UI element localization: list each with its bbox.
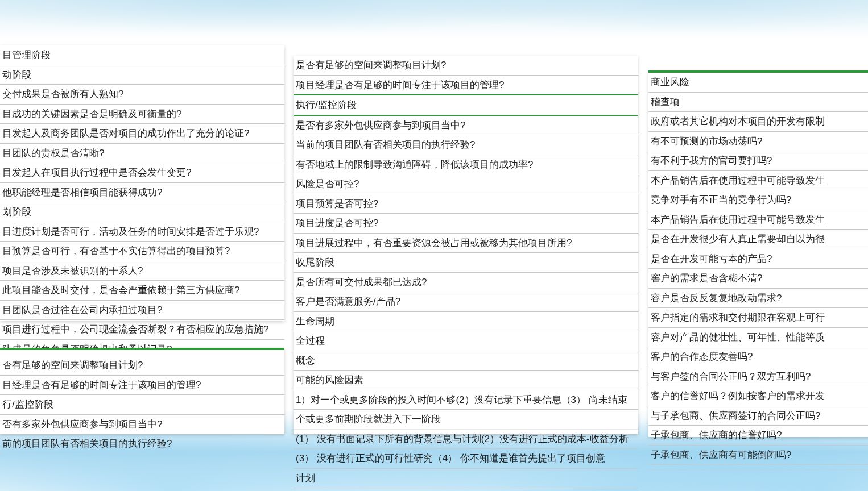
table-row: 风险是否可控? [294, 174, 638, 194]
table-row: 容户是否反反复复地改动需求? [648, 289, 868, 309]
table-row: 动阶段 [0, 65, 284, 85]
table-row: 目管理阶段 [0, 45, 284, 65]
table-row: 有否地域上的限制导致沟通障碍，降低该项目的成功率? [294, 155, 638, 175]
table-row: 政府或者其它机构对本项目的开发有限制 [648, 112, 868, 132]
table-row: 稽查项 [648, 93, 868, 113]
table-row: 本产品销告后在使用过程中可能导致发生 [648, 171, 868, 191]
table-row: 目团队的责权是否清晰? [0, 144, 284, 164]
table-row: 容户对产品的健壮性、可年性、性能等质 [648, 328, 868, 348]
table-row: 子承包商、供应商有可能倒闭吗? [648, 446, 868, 465]
table-row: 前的项目团队有否相关项目的执行经验? [0, 434, 284, 454]
table-row: (1） 准备计划的人过去没有承担过类似项目 （2） 没有写下项目计划 （3） 遗… [294, 488, 638, 491]
table-row: 1）对一个或更多阶段的投入时间不够(2）没有记录下重要信息（3） 尚未结束 [294, 390, 638, 410]
table-row: 本产品销告后在使用过程中可能号致发生 [648, 210, 868, 230]
table-row: 有不利于我方的官司要打吗? [648, 151, 868, 171]
table-row: 商业风险 [648, 73, 868, 93]
table-row: 否有足够的空间来调整项目计划? [0, 356, 284, 376]
table-row: 目发起人在项目执行过程中是否会发生变更? [0, 163, 284, 183]
table-row: 此项目能否及时交付，是否会严重依赖于第三方供应商? [0, 281, 284, 301]
table-row: 项目进展过程中，有否重要资源会被占用或被移为其他项目所用? [294, 234, 638, 253]
table-row: 窖户的需求是否含糊不清? [648, 269, 868, 289]
table-row: 是否在开发可能亏本的产品? [648, 249, 868, 269]
table-row: 可能的风险因素 [294, 371, 638, 390]
table-row: 项目经理是否有足够的时间专注于该项目的管理? [294, 76, 638, 96]
table-row: 目发起人及商务团队是否对项目的成功作出了充分的论证? [0, 124, 284, 144]
table-row: 交付成果是否被所有人熟知? [0, 85, 284, 105]
table-row: 客户指定的需求和交付期限在客观上可行 [648, 308, 868, 328]
table-row: 概念 [294, 351, 638, 371]
table-row: 收尾阶段 [294, 253, 638, 273]
table-row: 子承包商、供应商的信誉好吗? [648, 426, 868, 446]
table-row: 否有多家外包供应商参与到项目当中? [0, 415, 284, 435]
table-row: 与子承包商、供应商签订的合同公正吗? [648, 406, 868, 426]
table-row: 生命周期 [294, 312, 638, 332]
table-row: 项目是否涉及未被识别的干系人? [0, 261, 284, 281]
panel-a-rows: 目管理阶段动阶段交付成果是否被所有人熟知?目成功的关键因素是否是明确及可衡量的?… [0, 45, 284, 380]
table-row: 目经理是否有足够的时间专注于该项目的管理? [0, 376, 284, 396]
table-row: 个或更多前期阶段就进入下一阶段 [294, 410, 638, 430]
green-separator [0, 348, 284, 350]
table-row: 客户是否满意服务/产品? [294, 292, 638, 312]
table-row: 计划 [294, 469, 638, 489]
table-row: 全过程 [294, 331, 638, 351]
table-row: 是否所有可交付成果都已达成? [294, 273, 638, 293]
panel-d-rows: 商业风险稽查项政府或者其它机构对本项目的开发有限制有不可预测的市场动荡吗?有不利… [648, 73, 868, 470]
table-row: (1） 没有书面记录下所有的背景信息与计划(2）没有进行正式的成本-收益分析 [294, 430, 638, 450]
table-row: 行/监控阶段 [0, 395, 284, 415]
table-row: 有不可预测的市场动荡吗? [648, 132, 868, 152]
table-row: (3） 没有进行正式的可行性研究（4） 你不知道是谁首先提出了项目创意 [294, 449, 638, 469]
table-row: 是否有多家外包供应商参与到项目当中? [294, 116, 638, 136]
table-row: 目进度计划是否可行，活动及任务的时间安排是否过于乐观? [0, 222, 284, 242]
table-row: 目团队是否过往在公司内承担过项目? [0, 301, 284, 321]
table-row: 与客户签的合同公正吗？双方互利吗? [648, 367, 868, 387]
table-row: 当前的项目团队有否相关项目的执行经验? [294, 135, 638, 155]
table-row: 项目进行过程中，公司现金流会否断裂？有否相应的应急措施? [0, 320, 284, 340]
table-row: 他职能经理是否相信项目能获得成功? [0, 183, 284, 203]
panel-project-stages: 目管理阶段动阶段交付成果是否被所有人熟知?目成功的关键因素是否是明确及可衡量的?… [0, 45, 284, 321]
table-row: 竞争对手有不正当的竞争行为吗? [648, 190, 868, 210]
panel-business-risk: 商业风险稽查项政府或者其它机构对本项目的开发有限制有不可预测的市场动荡吗?有不利… [648, 70, 868, 437]
panel-project-stages-continued: 否有足够的空间来调整项目计划?目经理是否有足够的时间专注于该项目的管理?行/监控… [0, 348, 284, 434]
table-row: 客户的信誉好吗？例如按客户的需求开发 [648, 386, 868, 406]
table-row: 执行/监控阶段 [294, 95, 638, 116]
table-row: 项目进度是否可控? [294, 214, 638, 234]
panel-execution-monitoring: 是否有足够的空间来调整项目计划?项目经理是否有足够的时间专注于该项目的管理?执行… [294, 56, 638, 434]
panel-b-rows: 否有足够的空间来调整项目计划?目经理是否有足够的时间专注于该项目的管理?行/监控… [0, 356, 284, 454]
table-row [648, 465, 868, 470]
table-row: 项目预算是否可控? [294, 194, 638, 214]
table-row: 客户的合作态度友善吗? [648, 347, 868, 367]
table-row: 目预算是否可行，有否基于不实估算得出的项目预算? [0, 242, 284, 261]
panel-c-rows: 是否有足够的空间来调整项目计划?项目经理是否有足够的时间专注于该项目的管理?执行… [294, 56, 638, 491]
table-row: 划阶段 [0, 202, 284, 222]
table-row: 是否有足够的空间来调整项目计划? [294, 56, 638, 76]
table-row: 目成功的关键因素是否是明确及可衡量的? [0, 105, 284, 124]
table-row: 是否在开发很少有人真正需要却自以为很 [648, 230, 868, 249]
